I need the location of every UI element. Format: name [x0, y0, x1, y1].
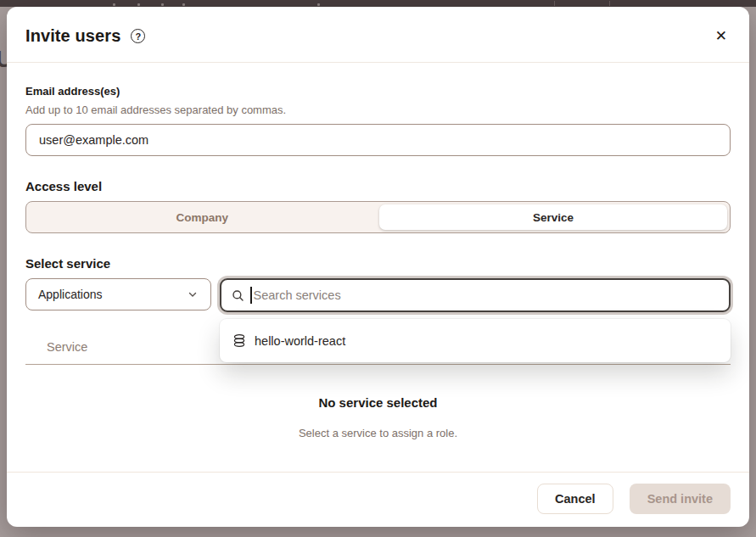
- text-caret: [250, 287, 252, 304]
- background-page-header: [0, 0, 756, 7]
- cancel-button[interactable]: Cancel: [537, 484, 613, 514]
- segment-service[interactable]: Service: [379, 204, 727, 230]
- topbar-text-fragment: [182, 3, 185, 6]
- stack-icon: [232, 333, 246, 348]
- search-icon: [232, 289, 244, 302]
- topbar-text-fragment: [161, 3, 164, 6]
- topbar-text-fragment: [113, 3, 115, 6]
- invite-users-modal: Invite users ? ✕ Email address(es) Add u…: [7, 7, 749, 527]
- search-placeholder: Search services: [254, 288, 341, 302]
- access-level-label: Access level: [25, 179, 731, 193]
- segment-service-label: Service: [533, 211, 574, 224]
- search-result-item[interactable]: hello-world-react: [220, 319, 731, 362]
- select-service-label: Select service: [25, 256, 731, 271]
- help-icon[interactable]: ?: [131, 29, 145, 43]
- empty-state-title: No service selected: [25, 395, 731, 410]
- search-results-dropdown: hello-world-react: [220, 319, 731, 362]
- modal-body: Email address(es) Add up to 10 email add…: [7, 63, 749, 472]
- select-service-row: Applications Search serv: [25, 278, 731, 312]
- modal-title: Invite users: [25, 26, 120, 46]
- topbar-separator: [609, 1, 610, 6]
- close-icon[interactable]: ✕: [712, 25, 731, 47]
- search-input[interactable]: Search services: [220, 278, 731, 312]
- topbar-text-fragment: [137, 3, 140, 6]
- search-result-label: hello-world-react: [255, 334, 345, 348]
- empty-state-subtitle: Select a service to assign a role.: [25, 427, 731, 439]
- email-helper-text: Add up to 10 email addresses separated b…: [25, 103, 731, 116]
- topbar-separator: [554, 1, 555, 6]
- topbar-text-fragment: [317, 3, 320, 6]
- service-type-select[interactable]: Applications: [25, 278, 211, 310]
- segment-company[interactable]: Company: [26, 202, 378, 232]
- chevron-down-icon: [187, 288, 199, 300]
- email-label: Email address(es): [25, 85, 731, 98]
- service-type-select-value: Applications: [38, 288, 103, 301]
- send-invite-button[interactable]: Send invite: [630, 484, 731, 514]
- modal-header: Invite users ? ✕: [7, 7, 749, 63]
- access-level-segmented-control: Company Service: [25, 201, 731, 233]
- modal-footer: Cancel Send invite: [7, 472, 749, 527]
- email-input[interactable]: [25, 124, 731, 156]
- segment-company-label: Company: [176, 211, 228, 224]
- empty-state: No service selected Select a service to …: [25, 395, 731, 439]
- service-search-wrap: Search services hello-world-react: [220, 278, 731, 312]
